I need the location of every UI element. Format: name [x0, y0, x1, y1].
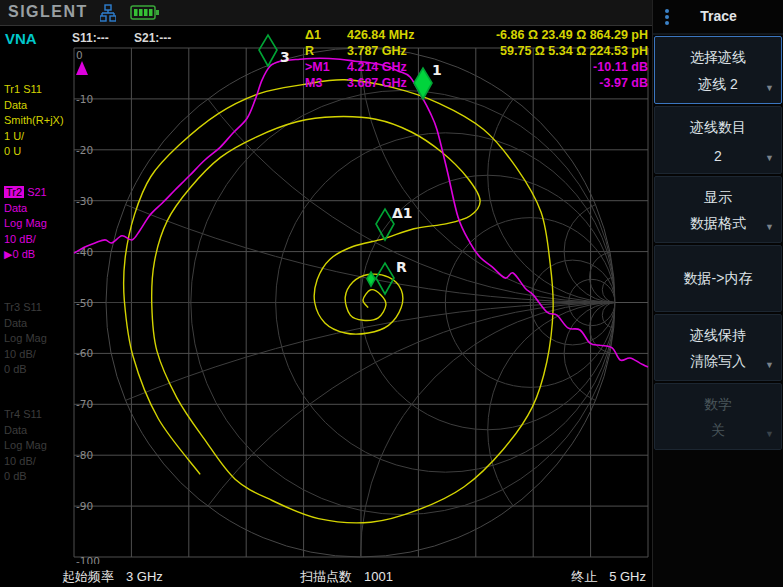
marker-frequency: 3.787 GHz	[347, 44, 437, 60]
chevron-down-icon: ▼	[765, 153, 774, 163]
trace-detail-line: Smith(R+jX)	[4, 113, 74, 129]
menu-button-2[interactable]: 迹线数目2▼	[654, 106, 782, 174]
chevron-down-icon: ▼	[765, 222, 774, 232]
menu-button-label: 迹线数目	[655, 119, 781, 137]
menu-button-3[interactable]: 显示数据格式▼	[654, 176, 782, 243]
marker-frequency: 3.687 GHz	[347, 76, 437, 92]
s11-status: S11:---	[72, 31, 109, 45]
trace-detail-line: Log Mag	[4, 216, 74, 232]
start-frequency-value: 3 GHz	[126, 569, 163, 584]
stop-frequency-label: 终止	[571, 569, 597, 584]
trace-block-tr2[interactable]: Tr2 S21DataLog Mag10 dB/▶0 dB	[4, 185, 74, 263]
trace-detail-line: Data	[4, 316, 74, 332]
menu-button-label: 显示	[655, 189, 781, 207]
menu-button-label: 数据->内存	[655, 270, 781, 288]
menu-button-label: 数学	[655, 396, 781, 414]
chevron-down-icon: ▼	[765, 360, 774, 370]
trace-detail-line: Data	[4, 423, 74, 439]
marker-value: -3.97 dB	[599, 76, 648, 92]
s21-status: S21:---	[134, 31, 171, 45]
menu-button-value: 关	[655, 422, 781, 440]
trace-id-line: Tr4 S11	[4, 407, 74, 423]
marker-value: -6.86 Ω 23.49 Ω 864.29 pH	[496, 28, 648, 44]
marker-frequency: 4.214 GHz	[347, 60, 437, 76]
marker-name: R	[305, 44, 347, 60]
trace-id-line: Tr1 S11	[4, 82, 74, 98]
marker-name: M3	[305, 76, 347, 92]
svg-text:-80: -80	[76, 449, 93, 461]
trace-detail-line: Log Mag	[4, 331, 74, 347]
marker-name: >M1	[305, 60, 347, 76]
battery-icon	[130, 4, 160, 21]
menu-button-4[interactable]: 数据->内存	[654, 245, 782, 312]
trace-detail-line: Log Mag	[4, 438, 74, 454]
menu-button-value: 清除写入	[655, 353, 781, 371]
stop-frequency-value: 5 GHz	[609, 569, 646, 584]
trace-detail-line: 0 dB	[4, 362, 74, 378]
siglent-logo: SIGLENT	[8, 3, 88, 21]
menu-title: Trace	[653, 0, 783, 33]
svg-text:3: 3	[280, 49, 290, 65]
trace-detail-line: 0 U	[4, 144, 74, 160]
start-frequency-label: 起始频率	[62, 569, 114, 584]
vna-mode-label: VNA	[5, 30, 37, 47]
trace-detail-line: Data	[4, 201, 74, 217]
kebab-menu-icon[interactable]	[665, 7, 671, 27]
trace-detail-line: ▶0 dB	[4, 247, 74, 263]
trace-detail-line: 1 U/	[4, 129, 74, 145]
marker-value: 59.75 Ω 5.34 Ω 224.53 pH	[500, 44, 648, 60]
svg-text:-20: -20	[76, 144, 93, 156]
marker-readout-row: R3.787 GHz59.75 Ω 5.34 Ω 224.53 pH	[305, 44, 648, 60]
stop-frequency-field[interactable]: 终止5 GHz	[571, 568, 646, 586]
chevron-down-icon: ▼	[765, 429, 774, 439]
menu-button-value: 迹线 2	[655, 76, 781, 94]
svg-text:-90: -90	[76, 500, 93, 512]
svg-text:-50: -50	[76, 297, 93, 309]
trace-detail-line: 10 dB/	[4, 454, 74, 470]
trace-soft-menu: Trace 选择迹线迹线 2▼迹线数目2▼显示数据格式▼数据->内存迹线保持清除…	[652, 0, 783, 587]
trace-detail-line: 10 dB/	[4, 347, 74, 363]
menu-button-label: 迹线保持	[655, 327, 781, 345]
svg-text:-10: -10	[76, 93, 93, 105]
menu-button-value: 数据格式	[655, 215, 781, 233]
sweep-status-bar: 起始频率3 GHz 扫描点数1001 终止5 GHz	[0, 564, 652, 587]
marker-readout-row: M33.687 GHz-3.97 dB	[305, 76, 648, 92]
sweep-points-value: 1001	[364, 569, 393, 584]
svg-text:-70: -70	[76, 398, 93, 410]
marker-value: -10.11 dB	[593, 60, 648, 76]
trace-detail-line: 0 dB	[4, 469, 74, 485]
svg-text:-30: -30	[76, 195, 93, 207]
menu-button-1[interactable]: 选择迹线迹线 2▼	[654, 36, 782, 104]
menu-button-5[interactable]: 迹线保持清除写入▼	[654, 314, 782, 381]
menu-button-6: 数学关▼	[654, 383, 782, 450]
menu-button-value: 2	[655, 148, 781, 164]
chevron-down-icon: ▼	[765, 83, 774, 93]
svg-text:0: 0	[76, 49, 83, 61]
marker-name: Δ1	[305, 28, 347, 44]
svg-text:Δ1: Δ1	[392, 205, 413, 221]
menu-button-label: 选择迹线	[655, 49, 781, 67]
trace-detail-line: 10 dB/	[4, 232, 74, 248]
vna-screen: 0-10-20-30-40-50-60-70-80-90-10013Δ1R SI…	[0, 0, 783, 587]
menu-header: Trace	[653, 0, 783, 35]
trace-block-tr3[interactable]: Tr3 S11DataLog Mag10 dB/0 dB	[4, 300, 74, 378]
svg-text:-60: -60	[76, 347, 93, 359]
svg-text:R: R	[396, 259, 407, 275]
marker-frequency: 426.84 MHz	[347, 28, 437, 44]
trace-block-tr4[interactable]: Tr4 S11DataLog Mag10 dB/0 dB	[4, 407, 74, 485]
trace-id-line: Tr2 S21	[4, 185, 74, 201]
trace-detail-line: Data	[4, 98, 74, 114]
start-frequency-field[interactable]: 起始频率3 GHz	[62, 568, 163, 586]
trace-id-line: Tr3 S11	[4, 300, 74, 316]
sweep-points-label: 扫描点数	[300, 569, 352, 584]
lan-icon	[100, 4, 116, 22]
sweep-points-field[interactable]: 扫描点数1001	[300, 568, 393, 586]
marker-readout-row: Δ1426.84 MHz-6.86 Ω 23.49 Ω 864.29 pH	[305, 28, 648, 44]
trace-block-tr1[interactable]: Tr1 S11DataSmith(R+jX)1 U/0 U	[4, 82, 74, 160]
marker-readout-row: >M14.214 GHz-10.11 dB	[305, 60, 648, 76]
